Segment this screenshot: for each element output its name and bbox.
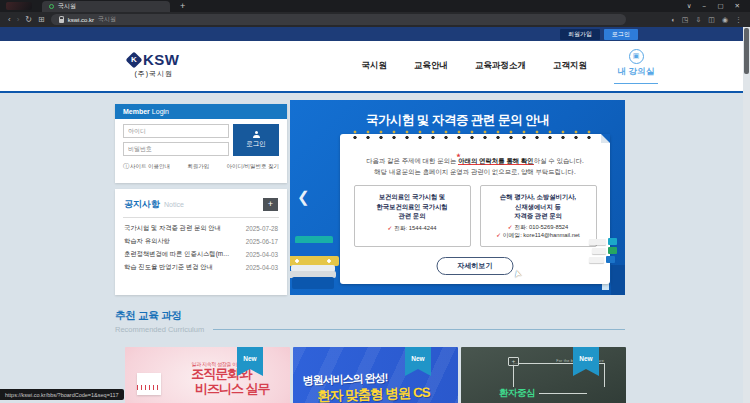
shield-icon[interactable]: ◖ [671, 16, 675, 23]
dash-line [539, 393, 587, 394]
logo-text: KSW [143, 52, 180, 67]
notice-subtitle: Notice [164, 201, 184, 208]
curriculum-divider [213, 329, 625, 330]
notice-row-date: 2025-04-03 [246, 264, 278, 271]
window-dropdown-icon[interactable]: ∨ [687, 2, 692, 10]
course-title-line: 비즈니스 실무 [195, 382, 270, 397]
notice-more-button[interactable]: + [263, 198, 278, 211]
check-icon: ✓ [496, 232, 501, 238]
site-guide-label: 사이트 이용안내 [130, 163, 170, 170]
menu-icon[interactable]: ⋮ [735, 16, 742, 24]
notice-row-title: 학습자 유의사항 [124, 237, 170, 246]
login-box-header: Member Login [115, 104, 287, 119]
contact-box-line: 손해 평가사, 소방설비기사, [481, 192, 596, 202]
banner-description: 다음과 같은 주제에 대한 문의는 아래의 연락처를 통해 확인하실 수 있습니… [340, 156, 610, 178]
app-icon[interactable] [6, 2, 32, 10]
plus-icon: + [508, 357, 519, 366]
signup-link[interactable]: 회원가입 [187, 163, 209, 170]
site-logo[interactable]: K KSW (주)국시원 [128, 52, 180, 79]
desc-emphasis: 아래의 연락처를 통해 확인 [458, 157, 534, 165]
spiral-binding-icon [352, 129, 598, 141]
check-icon: ✓ [508, 224, 513, 230]
url-page-title: 국시원 [98, 15, 116, 24]
cursor-icon: ➤ [512, 269, 524, 279]
contact-box-line: 한국보건의료인 국가시험 [355, 202, 470, 212]
tab-title: 국시원 [58, 2, 76, 11]
login-links: ⓘ 사이트 이용안내 회원가입 아이디/비밀번호 찾기 [123, 162, 279, 171]
banner-notepad: 다음과 같은 주제에 대한 문의는 아래의 연락처를 통해 확인하실 수 있습니… [340, 134, 610, 284]
detail-view-button[interactable]: 자세히보기 ➤ [437, 257, 514, 275]
main-banner: 국가시험 및 자격증 관련 문의 안내 ❮ 다음과 같은 주제에 대한 문의는 … [290, 100, 625, 295]
course-card-hospital-cs[interactable]: 병원서비스의 완성! 환자 맞춤형 병원 CS New [293, 347, 458, 403]
window-close-icon[interactable]: ✕ [735, 2, 740, 10]
scrollbar-thumb[interactable] [744, 28, 749, 74]
info-icon: ⓘ [123, 162, 129, 171]
notice-row-date: 2025-07-28 [246, 225, 278, 232]
notice-row[interactable]: 학습자 유의사항 2025-06-17 [124, 235, 278, 248]
member-login-box: Member Login 로그인 ⓘ 사이트 이용안내 회원가입 [115, 104, 287, 183]
notice-divider [123, 217, 279, 218]
contact-box-line: 관련 문의 [355, 211, 470, 221]
browser-tab[interactable]: 국시원 [42, 1, 170, 12]
status-bar-link-preview: https://kswi.co.kr/bbs/?boardCode=1&seq=… [0, 389, 124, 400]
nav-item-kswi[interactable]: 국시원 [362, 60, 388, 72]
sidebar-icon[interactable]: ⊞ [38, 16, 45, 24]
new-tab-button[interactable]: + [180, 2, 185, 11]
password-field[interactable] [123, 142, 229, 156]
contact-box-line: 자격증 관련 문의 [481, 211, 596, 221]
calendar-illustration [137, 373, 161, 395]
downloads-icon[interactable]: ⇩ [695, 16, 701, 24]
notice-row-title: 국가시험 및 자격증 관련 문의 안내 [124, 224, 221, 233]
notice-row[interactable]: 국가시험 및 자격증 관련 문의 안내 2025-07-28 [124, 222, 278, 235]
signup-button[interactable]: 회원가입 [560, 29, 600, 40]
address-bar[interactable]: kswi.co.kr 국시원 [51, 14, 626, 25]
nav-item-curriculum-intro[interactable]: 교육과정소개 [475, 60, 526, 72]
notepad-fold [601, 134, 610, 143]
banner-decor-block [611, 265, 625, 295]
checklist-illustration [589, 238, 617, 265]
contact-phone: 전화: 010-5269-8524 [514, 224, 568, 230]
forward-icon[interactable]: › [17, 16, 20, 24]
notice-row-date: 2025-06-17 [246, 238, 278, 245]
find-id-password-link[interactable]: 아이디/비밀번호 찾기 [226, 163, 279, 170]
desc-line2: 해당 내용문의는 홈페이지 운영과 관련이 없으므로, 양해 부탁드립니다. [340, 167, 610, 178]
main-nav: 국시원 교육안내 교육과정소개 고객지원 ▣ 내 강의실 [362, 41, 659, 91]
back-icon[interactable]: ‹ [8, 16, 11, 24]
site-guide-link[interactable]: ⓘ 사이트 이용안내 [123, 162, 170, 171]
contact-box-line: 신재생에너지 등 [481, 202, 596, 212]
notice-row[interactable]: 훈련정책변경에 따른 인증시스템(mOTP… 2025-04-03 [124, 248, 278, 261]
account-icon[interactable]: ◉ [722, 16, 728, 24]
browser-url-bar: ‹ › ↻ ⊞ kswi.co.kr 국시원 ◖ ◳ ⇩ ◫ ◉ ⋮ [0, 12, 750, 27]
extensions-icon[interactable]: ◳ [682, 16, 689, 24]
split-view-icon[interactable]: ◫ [708, 16, 715, 24]
window-minimize-icon[interactable]: − [703, 3, 707, 10]
site-header: K KSW (주)국시원 국시원 교육안내 교육과정소개 고객지원 ▣ 내 강의… [0, 41, 750, 93]
url-host: kswi.co.kr [68, 17, 94, 23]
member-login-button[interactable]: 로그인 [233, 124, 279, 156]
notice-row[interactable]: 학습 진도율 반영기준 변경 안내 2025-04-03 [124, 261, 278, 274]
notice-box: 공지사항 Notice + 국가시험 및 자격증 관련 문의 안내 2025-0… [115, 189, 287, 295]
page-scrollbar[interactable] [743, 27, 750, 403]
lock-icon [59, 19, 64, 23]
course-card-business[interactable]: 일과 지속적 성장을 이어가는 조직문화와 비즈니스 실무 New [125, 347, 290, 403]
course-card-list: 일과 지속적 성장을 이어가는 조직문화와 비즈니스 실무 New 병원서비스의… [125, 347, 626, 403]
banner-title: 국가시험 및 자격증 관련 문의 안내 [290, 112, 625, 129]
notice-row-title: 훈련정책변경에 따른 인증시스템(mOTP… [124, 250, 234, 259]
classroom-icon: ▣ [629, 49, 644, 64]
browser-window: 국시원 + ∨ − ▢ ✕ ‹ › ↻ ⊞ kswi.co.kr 국시원 ◖ ◳… [0, 0, 750, 403]
check-icon: ✓ [387, 225, 392, 231]
nav-item-customer-support[interactable]: 고객지원 [553, 60, 587, 72]
contact-box-line: 보건의료인 국가시험 및 [355, 192, 470, 202]
browser-actions: ◖ ◳ ⇩ ◫ ◉ ⋮ [671, 16, 742, 24]
nav-item-my-classroom[interactable]: ▣ 내 강의실 [614, 49, 658, 84]
window-maximize-icon[interactable]: ▢ [717, 2, 723, 10]
login-button[interactable]: 로그인 [604, 29, 638, 40]
reload-icon[interactable]: ↻ [25, 16, 32, 24]
logo-subtitle: (주)국시원 [134, 69, 173, 79]
course-card-patient-centered[interactable]: + For the best medical care 환자중심 병원서비스를 … [461, 347, 626, 403]
tab-favicon-icon [49, 4, 54, 9]
id-field[interactable] [123, 124, 229, 138]
nav-item-label: 내 강의실 [618, 66, 654, 78]
nav-item-edu-info[interactable]: 교육안내 [414, 60, 448, 72]
banner-prev-arrow[interactable]: ❮ [297, 188, 310, 206]
